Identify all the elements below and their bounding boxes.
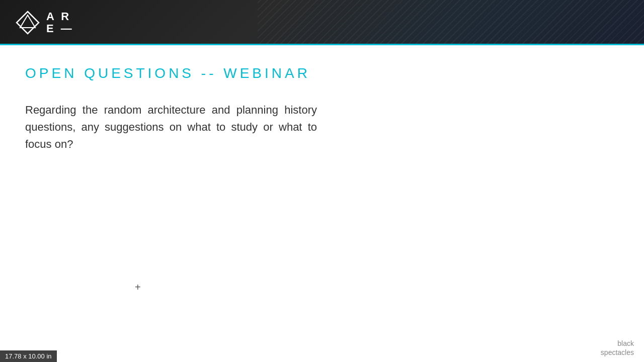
logo-icon (15, 10, 40, 35)
logo-line2: E — (46, 23, 74, 35)
cursor-crosshair: + (135, 282, 141, 293)
page-title: OPEN QUESTIONS -- WEBINAR (25, 65, 619, 81)
question-text: Regarding the random architecture and pl… (25, 102, 317, 153)
dimensions-text: 17.78 x 10.00 in (5, 352, 52, 360)
logo: A R E — (15, 10, 74, 35)
header: A R E — (0, 0, 644, 45)
dimensions-badge: 17.78 x 10.00 in (0, 350, 57, 362)
brand-logo: black spectacles (601, 339, 634, 357)
logo-line1: A R (46, 11, 74, 23)
main-content: OPEN QUESTIONS -- WEBINAR Regarding the … (0, 45, 644, 173)
header-texture (258, 0, 644, 45)
logo-text: A R E — (46, 11, 74, 35)
brand-name: black spectacles (601, 339, 634, 357)
